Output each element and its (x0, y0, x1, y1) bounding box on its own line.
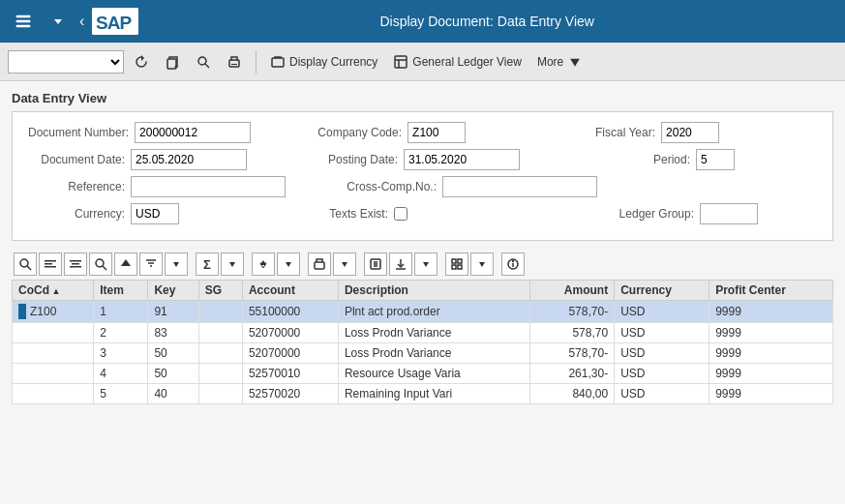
cell-sg (198, 384, 242, 404)
cell-cocd (13, 323, 94, 343)
copy-button[interactable] (159, 48, 186, 75)
table-align-left-button[interactable] (39, 252, 62, 276)
refresh-button[interactable] (128, 48, 155, 75)
table-sort-button[interactable] (252, 252, 275, 276)
print-button[interactable] (221, 48, 248, 75)
cell-account: 52570020 (242, 384, 338, 404)
table-print-button[interactable] (308, 252, 331, 276)
chevron-down-icon[interactable] (45, 8, 72, 35)
table-filter-down-button[interactable] (165, 252, 188, 276)
col-profit-center[interactable]: Profit Center (709, 281, 833, 301)
field-period: Period: (593, 149, 735, 170)
col-key[interactable]: Key (148, 281, 198, 301)
svg-rect-21 (45, 266, 56, 268)
cell-key: 91 (148, 301, 198, 323)
doc-number-input[interactable] (135, 122, 251, 143)
fiscal-year-label: Fiscal Year: (558, 126, 655, 139)
row-indicator (18, 304, 26, 319)
table-row[interactable]: Z10019155100000Plnt act prod.order578,70… (13, 301, 833, 323)
posting-date-input[interactable] (404, 149, 520, 170)
general-ledger-button[interactable]: General Ledger View (387, 48, 528, 75)
svg-rect-48 (458, 265, 462, 269)
table-align-center-button[interactable] (64, 252, 87, 276)
data-table: CoCd Item Key SG Account Description Amo… (12, 280, 833, 404)
toolbar-separator (256, 50, 257, 74)
col-description[interactable]: Description (338, 281, 529, 301)
display-currency-button[interactable]: Display Currency (264, 48, 383, 75)
svg-rect-45 (452, 259, 456, 263)
cell-description: Resource Usage Varia (338, 364, 529, 384)
back-button[interactable]: ‹ (79, 13, 84, 30)
col-item[interactable]: Item (94, 281, 148, 301)
table-filter-button[interactable] (139, 252, 163, 276)
cell-item: 2 (94, 323, 148, 343)
cell-currency: USD (615, 301, 709, 323)
cell-item: 5 (94, 384, 148, 404)
cell-profit_center: 9999 (709, 364, 833, 384)
svg-rect-11 (231, 64, 237, 65)
header-left: ‹ SAP (10, 8, 138, 35)
table-row[interactable]: 54052570020Remaining Input Vari840,00USD… (13, 384, 833, 404)
reference-input[interactable] (131, 176, 286, 197)
system-menu-button[interactable] (10, 8, 37, 35)
cross-comp-label: Cross-Comp.No.: (340, 180, 437, 193)
table-download-button[interactable] (389, 252, 412, 276)
field-texts-exist: Texts Exist: (291, 207, 407, 221)
more-button[interactable]: More (531, 48, 588, 75)
svg-rect-46 (458, 259, 462, 263)
table-sum-down-button[interactable] (221, 252, 244, 276)
cross-comp-input[interactable] (442, 176, 597, 197)
svg-marker-6 (141, 55, 144, 61)
table-row[interactable]: 45052570010Resource Usage Varia261,30-US… (13, 364, 833, 384)
cell-currency: USD (615, 384, 709, 404)
svg-rect-20 (45, 263, 52, 265)
company-code-input[interactable] (407, 122, 466, 143)
table-row[interactable]: 28352070000Loss Prodn Variance578,70USD9… (13, 323, 833, 343)
form-row-4: Currency: Texts Exist: Ledger Group: (28, 203, 817, 224)
table-download-down-button[interactable] (414, 252, 438, 276)
col-currency[interactable]: Currency (615, 281, 709, 301)
more-label: More (537, 55, 563, 69)
cell-sg (198, 323, 242, 343)
fiscal-year-input[interactable] (661, 122, 719, 143)
doc-date-input[interactable] (131, 149, 247, 170)
svg-rect-1 (16, 20, 31, 23)
cell-cocd: Z100 (13, 301, 94, 323)
table-filter-prev-button[interactable] (114, 252, 137, 276)
texts-exist-checkbox[interactable] (394, 207, 407, 221)
table-search-button[interactable] (14, 252, 37, 276)
table-print-down-button[interactable] (333, 252, 356, 276)
cell-sg (198, 343, 242, 364)
svg-rect-22 (70, 260, 81, 262)
svg-line-26 (103, 266, 106, 270)
table-export-button[interactable] (364, 252, 387, 276)
period-input[interactable] (696, 149, 735, 170)
cell-sg (198, 364, 242, 384)
table-row[interactable]: 35052070000Loss Prodn Variance578,70-USD… (13, 343, 833, 364)
table-sort-down-button[interactable] (277, 252, 300, 276)
table-info-button[interactable] (501, 252, 525, 276)
svg-marker-31 (173, 262, 179, 267)
table-grid-down-button[interactable] (470, 252, 494, 276)
svg-marker-27 (121, 259, 131, 266)
search-button[interactable] (190, 48, 217, 75)
history-dropdown[interactable] (8, 50, 124, 74)
ledger-group-input[interactable] (700, 203, 758, 224)
cell-key: 50 (148, 364, 198, 384)
col-account[interactable]: Account (242, 281, 338, 301)
col-cocd[interactable]: CoCd (13, 281, 94, 301)
col-sg[interactable]: SG (198, 281, 242, 301)
table-sum-button[interactable]: Σ (196, 252, 219, 276)
cell-account: 52570010 (242, 364, 338, 384)
cell-key: 83 (148, 323, 198, 343)
table-grid-button[interactable] (445, 252, 468, 276)
cell-sg (198, 301, 242, 323)
currency-input[interactable] (131, 203, 179, 224)
col-amount[interactable]: Amount (530, 281, 615, 301)
svg-marker-3 (54, 19, 62, 24)
svg-line-18 (27, 266, 31, 270)
posting-date-label: Posting Date: (301, 153, 398, 166)
cell-description: Loss Prodn Variance (338, 343, 529, 364)
field-ledger-group: Ledger Group: (597, 203, 758, 224)
table-search2-button[interactable] (89, 252, 112, 276)
